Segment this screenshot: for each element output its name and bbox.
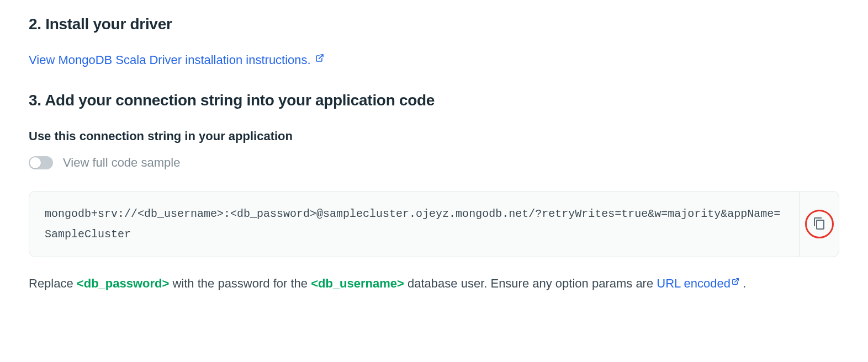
svg-line-0 bbox=[319, 55, 322, 58]
connection-string-text: mongodb+srv://<db_username>:<db_password… bbox=[29, 191, 799, 257]
view-full-code-toggle[interactable] bbox=[29, 156, 53, 169]
external-link-icon bbox=[315, 54, 324, 62]
copy-icon bbox=[813, 217, 826, 232]
hint-placeholder-username: <db_username> bbox=[311, 276, 404, 290]
hint-middle-1: with the password for the bbox=[169, 276, 311, 290]
section-3-heading: 3. Add your connection string into your … bbox=[29, 92, 839, 109]
connection-string-code-block: mongodb+srv://<db_username>:<db_password… bbox=[29, 191, 839, 257]
connection-string-subheading: Use this connection string in your appli… bbox=[29, 129, 839, 143]
driver-install-link[interactable]: View MongoDB Scala Driver installation i… bbox=[29, 53, 324, 67]
toggle-knob bbox=[30, 157, 41, 168]
copy-button[interactable] bbox=[809, 214, 829, 235]
copy-button-wrap bbox=[799, 191, 839, 257]
external-link-icon bbox=[732, 278, 739, 285]
hint-placeholder-password: <db_password> bbox=[77, 276, 170, 290]
url-encoded-link-text: URL encoded bbox=[657, 276, 731, 290]
view-full-code-toggle-row: View full code sample bbox=[29, 156, 839, 170]
section-2-heading: 2. Install your driver bbox=[29, 15, 839, 33]
view-full-code-toggle-label: View full code sample bbox=[63, 156, 180, 170]
hint-prefix: Replace bbox=[29, 276, 77, 290]
hint-suffix: . bbox=[739, 276, 746, 290]
svg-line-1 bbox=[735, 279, 738, 282]
url-encoded-link[interactable]: URL encoded bbox=[657, 276, 739, 290]
hint-middle-2: database user. Ensure any option params … bbox=[404, 276, 657, 290]
driver-install-link-text: View MongoDB Scala Driver installation i… bbox=[29, 53, 311, 67]
connection-string-hint: Replace <db_password> with the password … bbox=[29, 274, 839, 294]
